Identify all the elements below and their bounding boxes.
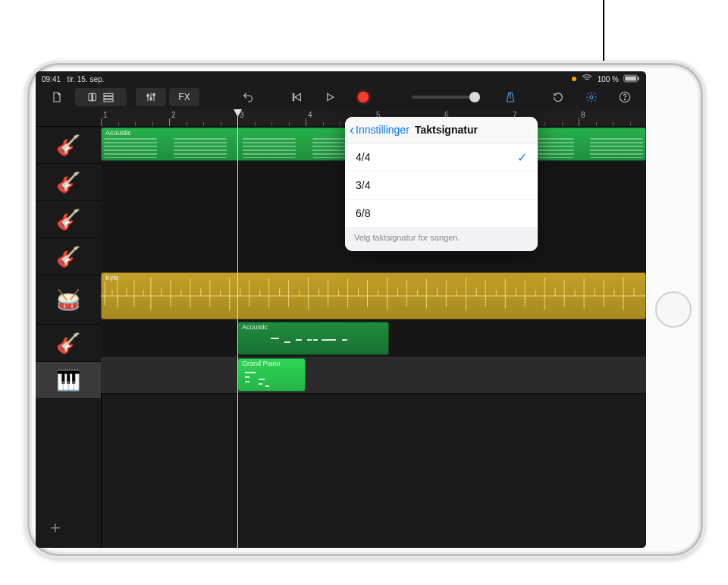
- popover-back-button[interactable]: ‹ Innstillinger: [345, 124, 410, 136]
- track-header-piano[interactable]: 🎹: [36, 362, 101, 399]
- bar-label: 8: [581, 111, 585, 119]
- region-label: Acoustic: [105, 129, 131, 137]
- time-signature-popover: ‹ Innstillinger Taktsignatur 4/4 ✓ 3/4: [345, 117, 538, 251]
- record-button[interactable]: [348, 88, 378, 106]
- bar-label: 4: [308, 111, 312, 119]
- mixer-button[interactable]: [136, 88, 166, 106]
- loop-browser-button[interactable]: [543, 88, 573, 106]
- date: tir. 15. sep.: [67, 75, 104, 83]
- svg-point-10: [153, 93, 155, 96]
- time-signature-option[interactable]: 4/4 ✓: [345, 143, 538, 171]
- checkmark-icon: ✓: [517, 150, 527, 165]
- midi-notes-icon: [242, 334, 384, 352]
- playhead[interactable]: [237, 109, 238, 548]
- battery-icon: [623, 74, 640, 84]
- clock: 09:41: [42, 75, 61, 83]
- svg-rect-6: [104, 96, 113, 99]
- tracks-editor: 🎸 🎸 🎸 🎸 🥁 🎸 🎹 ＋ 1 2 3: [36, 109, 646, 548]
- option-label: 6/8: [356, 207, 370, 219]
- battery-percent: 100 %: [598, 75, 619, 83]
- popover-back-label: Innstillinger: [356, 124, 410, 136]
- volume-thumb[interactable]: [469, 92, 480, 102]
- play-button[interactable]: [315, 88, 345, 106]
- svg-rect-11: [293, 93, 293, 100]
- track-lane-drums[interactable]: Kyle: [101, 272, 646, 321]
- undo-button[interactable]: [233, 88, 263, 106]
- go-to-start-button[interactable]: [281, 88, 312, 106]
- record-icon: [358, 92, 369, 102]
- region-acoustic-midi[interactable]: Acoustic: [237, 322, 389, 355]
- popover-title: Taktsignatur: [410, 124, 538, 136]
- view-toggle[interactable]: [75, 88, 127, 106]
- svg-point-9: [150, 98, 152, 100]
- svg-rect-1: [625, 76, 636, 80]
- status-left: 09:41 tir. 15. sep.: [42, 75, 104, 83]
- fx-button[interactable]: FX: [169, 88, 199, 106]
- status-bar: 09:41 tir. 15. sep. 100 %: [36, 71, 646, 85]
- track-header-guitar-4[interactable]: 🎸: [36, 238, 101, 275]
- midi-notes-icon: [242, 370, 301, 388]
- svg-rect-2: [638, 77, 639, 80]
- svg-rect-4: [92, 93, 93, 100]
- region-label: Grand Piano: [242, 360, 281, 367]
- bar-label: 1: [103, 111, 108, 119]
- popover-hint: Velg taktsignatur for sangen.: [345, 227, 538, 251]
- volume-track: [412, 96, 480, 99]
- region-label: Acoustic: [242, 323, 268, 331]
- option-label: 4/4: [356, 151, 370, 163]
- screen: 09:41 tir. 15. sep. 100 %: [36, 71, 646, 548]
- my-songs-button[interactable]: [42, 88, 72, 106]
- toolbar: FX: [36, 85, 646, 110]
- region-drums[interactable]: Kyle: [101, 272, 646, 319]
- region-piano[interactable]: Grand Piano: [237, 358, 306, 392]
- svg-point-12: [590, 96, 593, 99]
- track-header-guitar-3[interactable]: 🎸: [36, 201, 101, 238]
- svg-rect-7: [104, 99, 113, 102]
- wifi-icon: [581, 72, 593, 86]
- track-header-guitar-5[interactable]: 🎸: [36, 325, 101, 362]
- ipad-frame: 09:41 tir. 15. sep. 100 %: [25, 61, 705, 558]
- add-track-button[interactable]: ＋: [46, 519, 64, 537]
- track-header-drums[interactable]: 🥁: [36, 275, 101, 325]
- bar-label: 2: [171, 111, 176, 119]
- home-button[interactable]: [655, 291, 692, 328]
- time-signature-option[interactable]: 3/4: [345, 171, 538, 200]
- track-lane[interactable]: Acoustic: [101, 320, 646, 357]
- svg-point-14: [624, 99, 625, 100]
- settings-button[interactable]: [576, 88, 607, 106]
- time-signature-option[interactable]: 6/8: [345, 200, 538, 227]
- metronome-button[interactable]: [495, 88, 526, 106]
- track-lane-piano[interactable]: Grand Piano: [101, 357, 646, 394]
- option-label: 3/4: [356, 179, 370, 191]
- recording-indicator-icon: [572, 77, 576, 81]
- svg-rect-5: [104, 93, 113, 96]
- track-headers: 🎸 🎸 🎸 🎸 🥁 🎸 🎹 ＋: [36, 109, 102, 548]
- track-header-guitar-1[interactable]: 🎸: [36, 127, 101, 164]
- waveform-icon: [101, 272, 646, 319]
- svg-point-8: [147, 95, 149, 97]
- help-button[interactable]: [610, 88, 640, 106]
- volume-slider[interactable]: [400, 88, 492, 106]
- track-header-guitar-2[interactable]: 🎸: [36, 164, 101, 201]
